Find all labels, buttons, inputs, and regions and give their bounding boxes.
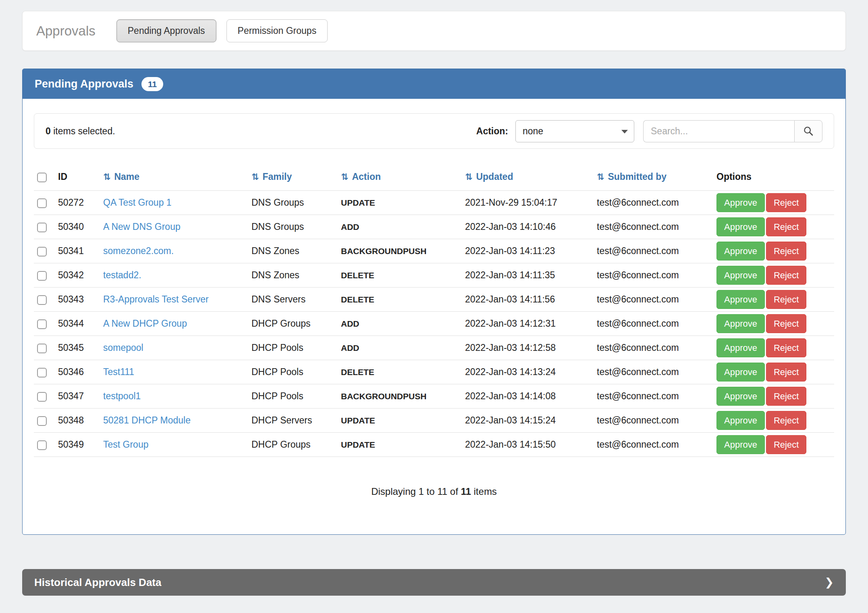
reject-button[interactable]: Reject xyxy=(766,290,806,309)
row-id: 50348 xyxy=(55,409,100,433)
row-checkbox[interactable] xyxy=(37,416,47,426)
row-checkbox[interactable] xyxy=(37,271,47,281)
pending-approvals-panel: Pending Approvals 11 0 items selected. A… xyxy=(22,69,846,535)
toolbar-right: Action: none xyxy=(476,120,822,142)
row-checkbox[interactable] xyxy=(37,198,47,208)
selected-info: 0 items selected. xyxy=(46,126,115,137)
row-name-link[interactable]: A New DNS Group xyxy=(103,221,181,232)
row-name-link[interactable]: QA Test Group 1 xyxy=(103,197,172,208)
reject-button[interactable]: Reject xyxy=(766,217,806,236)
row-checkbox[interactable] xyxy=(37,344,47,353)
reject-button[interactable]: Reject xyxy=(766,193,806,212)
approve-button[interactable]: Approve xyxy=(716,411,765,430)
table-row: 50272 QA Test Group 1 DNS Groups UPDATE … xyxy=(34,191,834,215)
reject-button[interactable]: Reject xyxy=(766,411,806,430)
row-checkbox[interactable] xyxy=(37,247,47,256)
approve-button[interactable]: Approve xyxy=(716,242,765,261)
pagination-prefix: Displaying 1 to 11 of xyxy=(371,486,461,497)
reject-button[interactable]: Reject xyxy=(766,387,806,406)
row-family: DHCP Pools xyxy=(248,336,338,360)
reject-button[interactable]: Reject xyxy=(766,435,806,454)
approve-button[interactable]: Approve xyxy=(716,314,765,333)
search-button[interactable] xyxy=(794,120,822,142)
count-badge: 11 xyxy=(141,77,163,91)
row-submitted-by: test@6connect.com xyxy=(594,360,713,384)
row-name-link[interactable]: somepool xyxy=(103,342,143,353)
row-checkbox[interactable] xyxy=(37,319,47,329)
approve-button[interactable]: Approve xyxy=(716,435,765,454)
sort-icon: ⇅ xyxy=(597,172,604,182)
approve-button[interactable]: Approve xyxy=(716,387,765,406)
row-name-link[interactable]: R3-Approvals Test Server xyxy=(103,294,209,304)
row-checkbox[interactable] xyxy=(37,223,47,232)
approve-button[interactable]: Approve xyxy=(716,217,765,236)
historical-approvals-bar[interactable]: Historical Approvals Data ❯ xyxy=(22,569,846,596)
row-id: 50272 xyxy=(55,191,100,215)
reject-button[interactable]: Reject xyxy=(766,338,806,357)
row-name-link[interactable]: Test111 xyxy=(103,367,134,377)
row-checkbox[interactable] xyxy=(37,440,47,450)
approve-button[interactable]: Approve xyxy=(716,290,765,309)
tab-permission-groups[interactable]: Permission Groups xyxy=(226,19,328,42)
search-group xyxy=(643,120,822,142)
page: Approvals Pending Approvals Permission G… xyxy=(0,0,868,608)
row-id: 50349 xyxy=(55,433,100,457)
row-family: DHCP Servers xyxy=(248,409,338,433)
reject-button[interactable]: Reject xyxy=(766,266,806,285)
table-row: 50344 A New DHCP Group DHCP Groups ADD 2… xyxy=(34,312,834,336)
search-input[interactable] xyxy=(643,120,794,142)
row-action: UPDATE xyxy=(338,191,462,215)
column-header-submitted-by-label: Submitted by xyxy=(608,171,667,182)
approve-button[interactable]: Approve xyxy=(716,363,765,382)
row-action: UPDATE xyxy=(338,433,462,457)
approve-button[interactable]: Approve xyxy=(716,338,765,357)
reject-button[interactable]: Reject xyxy=(766,314,806,333)
row-id: 50343 xyxy=(55,288,100,312)
tab-pending-approvals[interactable]: Pending Approvals xyxy=(116,19,216,42)
column-header-action[interactable]: ⇅Action xyxy=(338,167,462,191)
row-id: 50345 xyxy=(55,336,100,360)
chevron-right-icon: ❯ xyxy=(824,576,834,589)
row-name-link[interactable]: 50281 DHCP Module xyxy=(103,415,191,425)
row-checkbox[interactable] xyxy=(37,368,47,377)
row-family: DHCP Groups xyxy=(248,433,338,457)
row-action: DELETE xyxy=(338,288,462,312)
toolbar: 0 items selected. Action: none xyxy=(34,113,834,149)
reject-button[interactable]: Reject xyxy=(766,363,806,382)
row-name-link[interactable]: testpool1 xyxy=(103,391,141,401)
action-select[interactable]: none xyxy=(515,120,634,142)
column-header-action-label: Action xyxy=(352,171,381,182)
approve-button[interactable]: Approve xyxy=(716,193,765,212)
reject-button[interactable]: Reject xyxy=(766,242,806,261)
column-header-id: ID xyxy=(55,167,100,191)
row-updated: 2022-Jan-03 14:15:50 xyxy=(462,433,594,457)
column-header-name[interactable]: ⇅Name xyxy=(100,167,248,191)
row-action: ADD xyxy=(338,215,462,239)
panel-header: Pending Approvals 11 xyxy=(23,69,845,99)
row-submitted-by: test@6connect.com xyxy=(594,409,713,433)
row-checkbox[interactable] xyxy=(37,295,47,305)
select-all-checkbox[interactable] xyxy=(37,173,47,182)
approvals-header-card: Approvals Pending Approvals Permission G… xyxy=(22,11,846,51)
row-name-link[interactable]: somezone2.com. xyxy=(103,246,174,256)
pagination-summary: Displaying 1 to 11 of 11 items xyxy=(34,486,834,497)
table-row: 50340 A New DNS Group DNS Groups ADD 202… xyxy=(34,215,834,239)
column-header-family[interactable]: ⇅Family xyxy=(248,167,338,191)
approve-button[interactable]: Approve xyxy=(716,266,765,285)
row-family: DNS Zones xyxy=(248,239,338,263)
table-header-row: ID ⇅Name ⇅Family ⇅Action ⇅Updated ⇅Submi… xyxy=(34,167,834,191)
row-name-link[interactable]: Test Group xyxy=(103,439,149,450)
row-action: UPDATE xyxy=(338,409,462,433)
table-row: 50342 testadd2. DNS Zones DELETE 2022-Ja… xyxy=(34,263,834,288)
row-submitted-by: test@6connect.com xyxy=(594,239,713,263)
column-header-submitted-by[interactable]: ⇅Submitted by xyxy=(594,167,713,191)
table-row: 50343 R3-Approvals Test Server DNS Serve… xyxy=(34,288,834,312)
column-header-updated[interactable]: ⇅Updated xyxy=(462,167,594,191)
row-id: 50340 xyxy=(55,215,100,239)
row-checkbox[interactable] xyxy=(37,392,47,402)
row-name-link[interactable]: A New DHCP Group xyxy=(103,318,187,329)
approvals-table: ID ⇅Name ⇅Family ⇅Action ⇅Updated ⇅Submi… xyxy=(34,167,834,457)
action-select-wrap: none xyxy=(515,120,634,142)
row-name-link[interactable]: testadd2. xyxy=(103,270,141,280)
row-action: DELETE xyxy=(338,263,462,288)
